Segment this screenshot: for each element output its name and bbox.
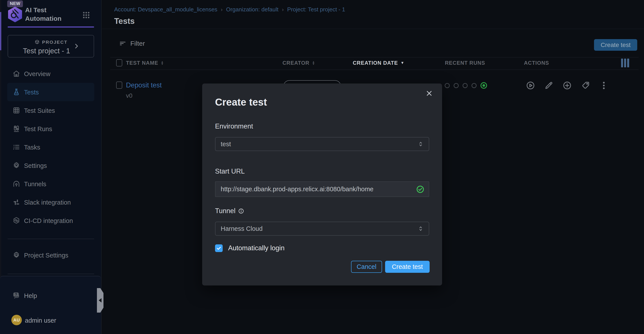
sidebar-item-test-suites[interactable]: Test Suites: [0, 101, 102, 120]
cancel-button[interactable]: Cancel: [351, 261, 382, 273]
table-header-border: [110, 57, 638, 58]
close-icon[interactable]: [426, 90, 433, 97]
environment-select[interactable]: test: [215, 137, 429, 151]
column-header-recent-runs: RECENT RUNS: [445, 60, 485, 66]
sidebar-item-tunnels[interactable]: Tunnels: [0, 175, 102, 193]
test-name-link[interactable]: Deposit test: [126, 81, 162, 89]
breadcrumb-account[interactable]: Account: Devspace_all_module_licenses: [114, 6, 218, 13]
column-header-test-name[interactable]: TEST NAME ▲▼: [126, 60, 164, 66]
select-all-checkbox[interactable]: [116, 59, 122, 66]
sidebar-item-settings[interactable]: Settings: [0, 156, 102, 175]
brand-name-line1: AI Test: [25, 6, 62, 14]
filter-button[interactable]: Filter: [119, 40, 145, 47]
edit-icon[interactable]: [544, 81, 554, 90]
app-root: NEW AI Test Automation: [0, 0, 644, 334]
tunnel-label-text: Tunnel: [215, 207, 236, 215]
sidebar-item-label: CI-CD integration: [24, 217, 73, 225]
run-status-empty-icon[interactable]: [445, 83, 450, 88]
run-test-icon[interactable]: [526, 81, 535, 90]
run-status-empty-icon[interactable]: [454, 83, 459, 88]
auto-login-checkbox[interactable]: [215, 244, 223, 252]
column-header-label: TEST NAME: [126, 60, 158, 66]
column-header-label: RECENT RUNS: [445, 60, 485, 66]
gear-icon: [12, 251, 20, 259]
sidebar-divider: [8, 239, 94, 239]
sidebar-item-label: Slack integration: [24, 199, 71, 206]
cube-icon: [34, 39, 40, 45]
project-selector-header: PROJECT: [8, 39, 94, 45]
svg-text:?: ?: [15, 293, 17, 296]
tunnel-label: Tunnel: [215, 207, 244, 215]
sort-icon: ▲▼: [161, 61, 164, 65]
filter-label: Filter: [130, 40, 145, 47]
environment-value: test: [221, 140, 418, 148]
sidebar-item-test-runs[interactable]: Test Runs: [0, 120, 102, 138]
auto-login-label: Automatically login: [228, 244, 284, 252]
sidebar-divider: [8, 274, 94, 274]
page-title: Tests: [114, 17, 135, 26]
column-settings-icon[interactable]: [621, 59, 629, 67]
project-selector-label: PROJECT: [42, 40, 68, 45]
sidebar-item-label: Test Suites: [24, 107, 55, 114]
info-icon[interactable]: [238, 208, 244, 214]
create-test-button-toolbar[interactable]: Create test: [594, 39, 637, 51]
sidebar-item-project-settings[interactable]: Project Settings: [0, 246, 102, 264]
sidebar-collapse-handle[interactable]: [97, 288, 104, 312]
task-list-icon: [12, 143, 20, 151]
sidebar-item-label: Tests: [24, 89, 39, 96]
run-status-empty-icon[interactable]: [462, 83, 468, 88]
environment-label: Environment: [215, 122, 253, 130]
apps-grid-icon[interactable]: [82, 11, 90, 19]
avatar: AU: [11, 315, 22, 325]
help-chat-icon: ?: [12, 291, 21, 300]
home-icon: [12, 70, 20, 78]
sidebar-item-overview[interactable]: Overview: [0, 65, 102, 83]
select-chevrons-icon: [418, 225, 424, 232]
gear-icon: [12, 161, 20, 170]
sidebar-item-tests[interactable]: Tests: [7, 83, 94, 101]
breadcrumb-separator-icon: ›: [221, 7, 223, 13]
slack-icon: [12, 198, 20, 206]
run-status-passed-icon[interactable]: [480, 82, 487, 89]
sidebar-item-label: Settings: [24, 162, 47, 170]
create-test-modal: Create test Environment test Start URL T…: [202, 84, 442, 285]
sidebar-item-label: Project Settings: [24, 252, 68, 259]
collapse-arrow-icon: [99, 298, 102, 302]
tag-icon[interactable]: [581, 81, 590, 90]
start-url-label: Start URL: [215, 168, 245, 175]
breadcrumb-project[interactable]: Project: Test project - 1: [287, 6, 345, 13]
start-url-field: [215, 182, 429, 197]
breadcrumb-separator-icon: ›: [282, 7, 284, 13]
user-menu[interactable]: AU admin user: [0, 312, 101, 328]
sidebar-item-tasks[interactable]: Tasks: [0, 138, 102, 156]
modal-buttons: Cancel Create test: [351, 261, 430, 273]
url-valid-check-icon: [416, 185, 424, 194]
run-status-empty-icon[interactable]: [472, 83, 476, 88]
recent-runs: [445, 82, 487, 89]
brand-underline: [8, 27, 94, 28]
sort-icon: ▲▼: [312, 61, 315, 65]
sidebar-item-help[interactable]: ? Help: [0, 287, 101, 304]
cicd-icon: [12, 217, 20, 225]
start-url-input[interactable]: [221, 186, 416, 193]
create-test-submit-button[interactable]: Create test: [385, 261, 430, 273]
tunnel-select[interactable]: Harness Cloud: [215, 222, 429, 236]
breadcrumb-organization[interactable]: Organization: default: [226, 6, 278, 13]
column-header-creation-date[interactable]: CREATION DATE ▼: [353, 60, 404, 66]
sidebar-scrollbar-thumb[interactable]: [0, 12, 1, 50]
auto-login-row[interactable]: Automatically login: [215, 244, 284, 252]
more-actions-icon[interactable]: [599, 81, 609, 90]
row-checkbox[interactable]: [116, 82, 122, 89]
sidebar-item-slack-integration[interactable]: Slack integration: [0, 193, 102, 211]
brand-name: AI Test Automation: [25, 6, 62, 23]
sidebar-item-label: Help: [24, 292, 37, 299]
header-divider: [102, 29, 644, 29]
row-actions: [526, 81, 609, 90]
user-name: admin user: [25, 317, 56, 324]
column-header-creator[interactable]: CREATOR ▲▼: [282, 60, 315, 66]
brand-name-line2: Automation: [25, 14, 62, 23]
project-selector[interactable]: PROJECT Test project - 1: [8, 35, 94, 58]
add-icon[interactable]: [562, 81, 572, 90]
sidebar-item-cicd-integration[interactable]: CI-CD integration: [0, 211, 102, 230]
app-logo-icon: [8, 7, 22, 22]
